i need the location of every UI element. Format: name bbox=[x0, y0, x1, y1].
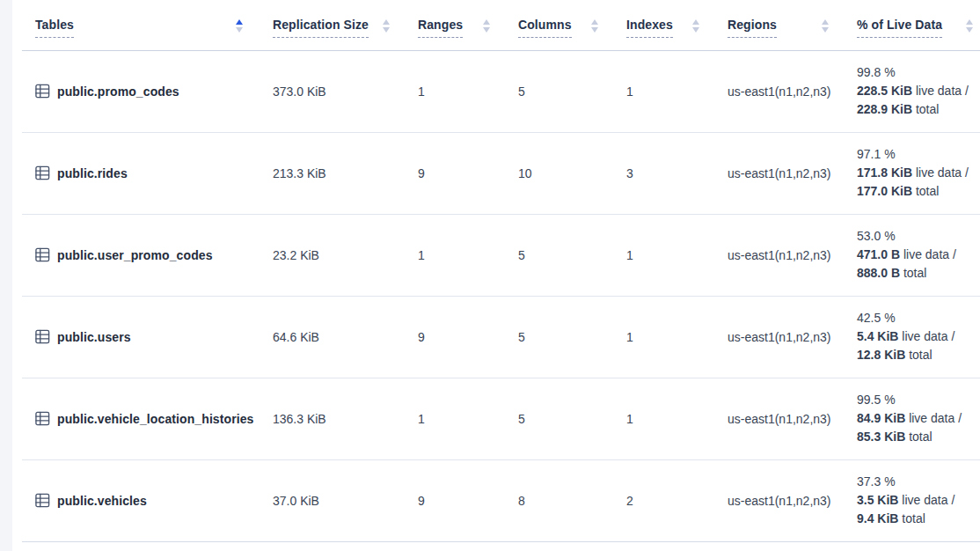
table-name-cell: public.rides bbox=[22, 132, 264, 214]
live-data-size: 471.0 B bbox=[857, 247, 900, 261]
table-icon bbox=[35, 84, 50, 99]
table-name-link[interactable]: public.vehicle_location_histories bbox=[57, 412, 253, 426]
live-data-cell: 42.5 % 5.4 KiB live data / 12.8 KiB tota… bbox=[848, 296, 980, 378]
sort-icon[interactable] bbox=[483, 19, 490, 33]
table-icon bbox=[35, 165, 50, 180]
column-header-columns[interactable]: Columns bbox=[509, 0, 618, 50]
sort-icon[interactable] bbox=[383, 19, 390, 33]
tables-grid: Tables Replication Size Ranges Columns bbox=[22, 0, 980, 542]
table-name-cell: public.vehicles bbox=[22, 459, 264, 541]
table-row[interactable]: public.vehicles 37.0 KiB 9 8 2 us-east1(… bbox=[22, 459, 980, 541]
indexes-cell: 1 bbox=[618, 214, 719, 296]
table-icon bbox=[35, 247, 50, 262]
column-header-indexes[interactable]: Indexes bbox=[618, 0, 719, 50]
columns-cell: 5 bbox=[509, 50, 618, 132]
table-name-cell: public.users bbox=[22, 296, 264, 378]
sort-desc-arrow bbox=[383, 27, 390, 33]
total-data-suffix: total bbox=[902, 511, 925, 525]
sort-icon[interactable] bbox=[822, 19, 829, 33]
table-row[interactable]: public.promo_codes 373.0 KiB 1 5 1 us-ea… bbox=[22, 50, 980, 132]
column-header-tables-label[interactable]: Tables bbox=[35, 18, 74, 38]
table-icon bbox=[35, 411, 50, 426]
live-data-percent: 99.5 % bbox=[857, 391, 973, 409]
regions-cell: us-east1(n1,n2,n3) bbox=[719, 132, 848, 214]
ranges-cell: 1 bbox=[409, 214, 509, 296]
sort-icon[interactable] bbox=[591, 19, 598, 33]
sort-asc-arrow bbox=[692, 19, 699, 25]
ranges-cell: 1 bbox=[409, 378, 509, 459]
sort-asc-arrow bbox=[966, 19, 973, 25]
regions-cell: us-east1(n1,n2,n3) bbox=[719, 50, 848, 132]
live-data-percent: 42.5 % bbox=[857, 309, 973, 327]
table-row[interactable]: public.vehicle_location_histories 136.3 … bbox=[22, 378, 980, 459]
indexes-cell: 3 bbox=[618, 132, 719, 214]
columns-cell: 10 bbox=[509, 132, 618, 214]
column-header-replication-size-label[interactable]: Replication Size bbox=[273, 18, 369, 38]
table-name-link[interactable]: public.rides bbox=[57, 166, 128, 180]
column-header-tables[interactable]: Tables bbox=[22, 0, 264, 50]
columns-cell: 5 bbox=[509, 296, 618, 378]
live-data-suffix: live data / bbox=[916, 165, 969, 180]
table-name-link[interactable]: public.promo_codes bbox=[57, 84, 179, 99]
replication-size-cell: 373.0 KiB bbox=[264, 50, 409, 132]
ranges-cell: 9 bbox=[409, 459, 509, 541]
column-header-columns-label[interactable]: Columns bbox=[518, 18, 572, 38]
sort-icon[interactable] bbox=[966, 19, 973, 33]
table-row[interactable]: public.user_promo_codes 23.2 KiB 1 5 1 u… bbox=[22, 214, 980, 296]
table-name-link[interactable]: public.vehicles bbox=[57, 494, 147, 508]
ranges-cell: 1 bbox=[409, 50, 509, 132]
column-header-ranges[interactable]: Ranges bbox=[409, 0, 509, 50]
column-header-live-data[interactable]: % of Live Data bbox=[848, 0, 980, 50]
sort-icon[interactable] bbox=[692, 19, 699, 33]
column-header-live-data-label[interactable]: % of Live Data bbox=[857, 18, 942, 38]
sort-asc-arrow bbox=[383, 19, 390, 25]
table-name-cell: public.user_promo_codes bbox=[22, 214, 264, 296]
sort-icon[interactable] bbox=[236, 19, 243, 33]
live-data-cell: 99.5 % 84.9 KiB live data / 85.3 KiB tot… bbox=[848, 378, 980, 459]
column-header-regions[interactable]: Regions bbox=[719, 0, 848, 50]
live-data-cell: 99.8 % 228.5 KiB live data / 228.9 KiB t… bbox=[848, 50, 980, 132]
live-data-size: 5.4 KiB bbox=[857, 329, 898, 343]
table-name-link[interactable]: public.users bbox=[57, 330, 131, 344]
column-header-regions-label[interactable]: Regions bbox=[728, 18, 777, 38]
total-data-suffix: total bbox=[909, 348, 932, 362]
table-name-cell: public.promo_codes bbox=[22, 50, 264, 132]
table-row[interactable]: public.rides 213.3 KiB 9 10 3 us-east1(n… bbox=[22, 132, 980, 214]
total-data-suffix: total bbox=[909, 430, 932, 444]
column-header-ranges-label[interactable]: Ranges bbox=[418, 18, 463, 38]
live-data-suffix: live data / bbox=[916, 84, 969, 98]
table-icon bbox=[35, 329, 50, 344]
indexes-cell: 1 bbox=[618, 296, 719, 378]
live-data-percent: 99.8 % bbox=[857, 63, 973, 82]
live-data-suffix: live data / bbox=[902, 329, 954, 343]
live-data-suffix: live data / bbox=[903, 247, 956, 261]
replication-size-cell: 64.6 KiB bbox=[264, 296, 409, 378]
table-icon bbox=[35, 493, 50, 508]
regions-cell: us-east1(n1,n2,n3) bbox=[719, 459, 848, 541]
column-header-indexes-label[interactable]: Indexes bbox=[626, 18, 673, 38]
total-data-suffix: total bbox=[916, 184, 939, 198]
live-data-percent: 97.1 % bbox=[857, 145, 973, 164]
total-data-size: 888.0 B bbox=[857, 266, 900, 280]
ranges-cell: 9 bbox=[409, 132, 509, 214]
columns-cell: 5 bbox=[509, 378, 618, 459]
sort-desc-arrow bbox=[483, 27, 490, 33]
table-name-link[interactable]: public.user_promo_codes bbox=[57, 248, 213, 262]
live-data-suffix: live data / bbox=[909, 411, 962, 425]
live-data-cell: 53.0 % 471.0 B live data / 888.0 B total bbox=[848, 214, 980, 296]
total-data-suffix: total bbox=[916, 102, 939, 116]
indexes-cell: 2 bbox=[618, 459, 719, 541]
columns-cell: 8 bbox=[509, 459, 618, 541]
live-data-size: 171.8 KiB bbox=[857, 165, 912, 180]
ranges-cell: 9 bbox=[409, 296, 509, 378]
column-header-replication-size[interactable]: Replication Size bbox=[264, 0, 409, 50]
columns-cell: 5 bbox=[509, 214, 618, 296]
table-body: public.promo_codes 373.0 KiB 1 5 1 us-ea… bbox=[22, 50, 980, 541]
live-data-percent: 53.0 % bbox=[857, 227, 973, 246]
sort-asc-arrow bbox=[822, 19, 829, 25]
table-row[interactable]: public.users 64.6 KiB 9 5 1 us-east1(n1,… bbox=[22, 296, 980, 378]
total-data-size: 12.8 KiB bbox=[857, 348, 905, 362]
live-data-size: 228.5 KiB bbox=[857, 84, 912, 98]
live-data-suffix: live data / bbox=[902, 493, 954, 507]
sort-asc-arrow bbox=[483, 19, 490, 25]
